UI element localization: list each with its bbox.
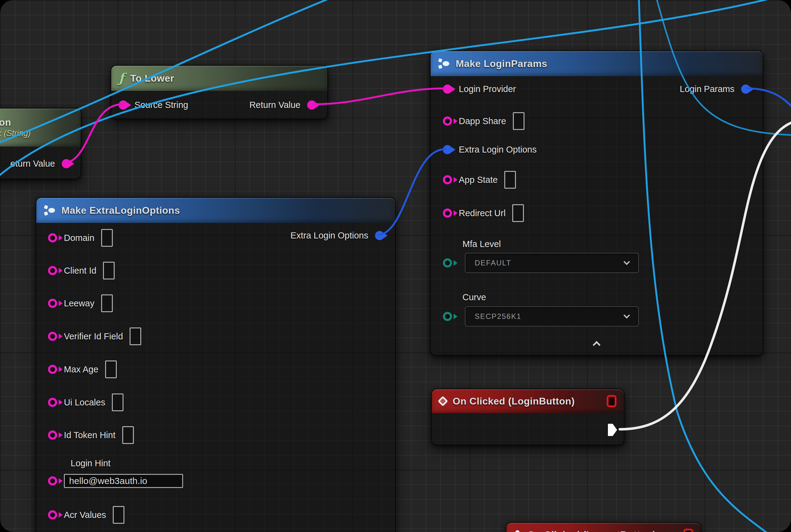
leeway-input-pin[interactable] (48, 299, 57, 308)
id-token-hint-pin-label: Id Token Hint (64, 430, 116, 440)
login-params-pin-label: Login Params (680, 84, 734, 94)
redirect-url-input-pin[interactable] (443, 209, 452, 218)
make-struct-icon (438, 58, 449, 69)
login-params-output-pin[interactable] (741, 84, 750, 94)
node-text-partial-header[interactable]: tion ox (String) (0, 109, 81, 147)
extra-login-options-pin-label: Extra Login Options (459, 145, 537, 155)
max-age-pin-label: Max Age (64, 364, 98, 375)
extra-login-options-input-pin[interactable] (443, 145, 452, 154)
node-title: Make ExtraLoginOptions (61, 205, 180, 216)
max-age-value-box[interactable] (105, 360, 117, 378)
domain-pin-label: Domain (64, 233, 94, 243)
return-value-output-pin[interactable] (62, 159, 71, 168)
mfa-level-value: DEFAULT (475, 259, 512, 267)
node-text-partial[interactable]: tion ox (String) eturn Value (0, 108, 81, 179)
mfa-level-dropdown[interactable]: DEFAULT (465, 253, 639, 273)
acr-values-value-box[interactable] (113, 506, 124, 524)
function-icon: ƒ (119, 72, 124, 85)
exec-output-pin[interactable] (608, 424, 617, 436)
extra-login-options-output-pin[interactable] (375, 231, 384, 240)
login-provider-input-pin[interactable] (443, 84, 452, 94)
mfa-level-input-pin[interactable] (443, 258, 452, 268)
dapp-share-value-box[interactable] (513, 112, 524, 130)
curve-pin-label: Curve (462, 292, 486, 302)
source-string-pin-label: Source String (134, 100, 188, 110)
node-make-extra-login-options-header[interactable]: Make ExtraLoginOptions (36, 198, 395, 223)
max-age-input-pin[interactable] (48, 365, 57, 374)
verifier-id-field-input-pin[interactable] (48, 332, 57, 341)
chevron-down-icon (623, 312, 630, 318)
app-state-value-box[interactable] (504, 171, 516, 189)
client-id-input-pin[interactable] (48, 266, 57, 275)
node-to-lower[interactable]: ƒ To Lower Source String Return Value (111, 65, 328, 119)
verifier-id-field-pin-label: Verifier Id Field (64, 331, 123, 342)
curve-input-pin[interactable] (443, 312, 452, 321)
redirect-url-value-box[interactable] (512, 204, 524, 222)
return-value-pin-label: eturn Value (11, 159, 55, 169)
mfa-level-pin-label: Mfa Level (462, 239, 501, 249)
chevron-down-icon (623, 258, 630, 265)
ui-locales-pin-label: Ui Locales (64, 397, 105, 407)
ui-locales-value-box[interactable] (112, 394, 123, 411)
node-make-extra-login-options[interactable]: Make ExtraLoginOptions Domain Client Id … (36, 197, 396, 532)
id-token-hint-input-pin[interactable] (48, 431, 57, 440)
leeway-pin-label: Leeway (64, 299, 94, 308)
node-on-clicked-login-header[interactable]: On Clicked (LoginButton) (432, 389, 624, 413)
extra-login-options-pin-label: Extra Login Options (290, 230, 368, 241)
node-title: To Lower (130, 73, 174, 84)
leeway-value-box[interactable] (101, 294, 113, 312)
node-to-lower-header[interactable]: ƒ To Lower (111, 66, 327, 91)
app-state-pin-label: App State (459, 175, 498, 185)
node-title-fragment: tion (0, 117, 11, 128)
source-string-input-pin[interactable] (119, 100, 128, 110)
id-token-hint-value-box[interactable] (122, 426, 134, 444)
login-hint-pin-label: Login Hint (71, 458, 111, 469)
node-make-login-params-header[interactable]: Make LoginParams (431, 51, 763, 76)
domain-value-box[interactable] (101, 229, 113, 247)
client-id-pin-label: Client Id (64, 266, 96, 276)
chevron-up-icon (593, 341, 600, 348)
acr-values-pin-label: Acr Values (64, 510, 106, 520)
node-title: On Clicked (LogoutButton) (527, 529, 656, 532)
app-state-input-pin[interactable] (443, 175, 452, 184)
node-title: Make LoginParams (456, 58, 547, 70)
node-on-clicked-login-button[interactable]: On Clicked (LoginButton) (431, 388, 624, 445)
delegate-stop-icon[interactable] (683, 529, 693, 532)
login-provider-pin-label: Login Provider (459, 84, 516, 94)
make-struct-icon (44, 205, 55, 216)
node-title: On Clicked (LoginButton) (453, 396, 575, 407)
return-value-pin-label: Return Value (249, 100, 301, 110)
return-value-output-pin[interactable] (307, 100, 316, 110)
event-icon (438, 396, 448, 406)
redirect-url-pin-label: Redirect Url (459, 208, 505, 218)
dapp-share-pin-label: Dapp Share (459, 116, 506, 126)
delegate-stop-icon[interactable] (607, 395, 616, 407)
verifier-id-field-value-box[interactable] (130, 327, 141, 345)
event-icon (512, 530, 523, 532)
ui-locales-input-pin[interactable] (48, 398, 57, 407)
node-on-clicked-logout-header[interactable]: On Clicked (LogoutButton) (506, 523, 700, 532)
blueprint-graph-canvas[interactable]: tion ox (String) eturn Value ƒ To Lower … (0, 0, 791, 532)
curve-dropdown[interactable]: SECP256K1 (465, 306, 639, 326)
login-hint-input[interactable]: hello@web3auth.io (64, 474, 183, 488)
node-subtitle-fragment: ox (String) (0, 129, 31, 138)
collapse-node-button[interactable] (431, 342, 763, 348)
curve-value: SECP256K1 (475, 312, 521, 321)
node-make-login-params[interactable]: Make LoginParams Login Provider Login Pa… (430, 51, 763, 356)
dapp-share-input-pin[interactable] (443, 116, 452, 126)
wire-to-lower-to-login-provider[interactable] (313, 88, 446, 104)
login-hint-input-pin[interactable] (48, 476, 57, 486)
acr-values-input-pin[interactable] (48, 510, 57, 519)
client-id-value-box[interactable] (103, 262, 115, 280)
node-on-clicked-logout-button[interactable]: On Clicked (LogoutButton) (506, 522, 701, 532)
domain-input-pin[interactable] (48, 233, 57, 243)
blueprint-editor: tion ox (String) eturn Value ƒ To Lower … (0, 0, 791, 532)
